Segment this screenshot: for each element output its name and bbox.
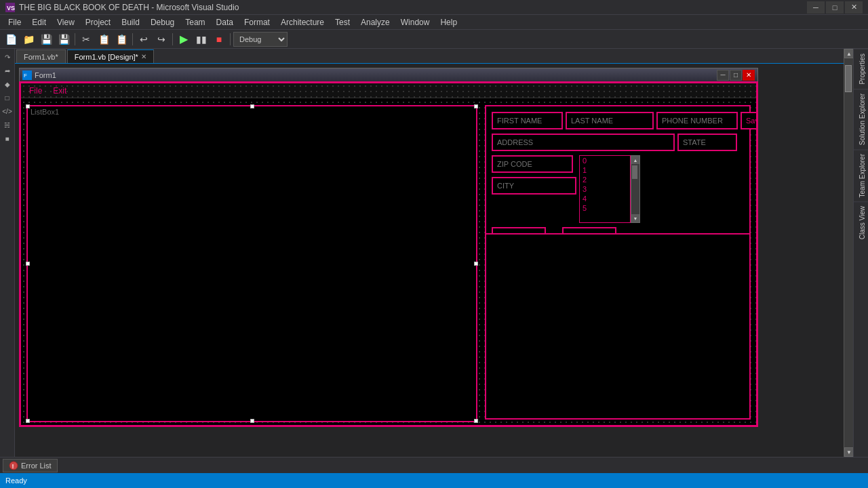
tab-form1-vb-label: Form1.vb* [24, 53, 58, 61]
left-toolbox: ↷ ➦ ◆ □ </> ☵ ■ [0, 49, 15, 457]
toolbar: 📄 📁 💾 💾 ✂ 📋 📋 ↩ ↪ ▶ ▮▮ ■ Debug Release [0, 30, 868, 49]
toolbar-new[interactable]: 📄 [3, 32, 19, 47]
solution-explorer-tab[interactable]: Solution Explorer [854, 89, 868, 149]
menu-format[interactable]: Format [239, 15, 275, 30]
error-list-tab[interactable]: ! Error List [3, 459, 58, 472]
toolbox-data[interactable]: ☵ [1, 119, 14, 131]
tab-form1-design-label: Form1.vb [Design]* [75, 53, 138, 61]
field-row-2 [492, 134, 744, 151]
handle-mr[interactable] [474, 262, 478, 266]
tab-form1-design[interactable]: Form1.vb [Design]* ✕ [67, 49, 154, 63]
status-text: Ready [5, 476, 27, 485]
menu-window[interactable]: Window [395, 15, 435, 30]
form1-icon: F [22, 70, 32, 80]
zip-city-col [492, 155, 576, 223]
last-name-field[interactable] [566, 112, 654, 129]
toolbar-copy[interactable]: 📋 [96, 32, 112, 47]
state-list: 0 1 2 3 4 5 [579, 155, 631, 223]
scroll-up-btn[interactable]: ▲ [844, 49, 854, 58]
design-canvas: F Form1 ─ □ ✕ [15, 64, 844, 457]
menu-test[interactable]: Test [330, 15, 355, 30]
maximize-button[interactable]: □ [826, 1, 844, 14]
state-item-0[interactable]: 0 [580, 156, 630, 165]
scroll-thumb[interactable] [845, 65, 852, 92]
first-name-field[interactable] [492, 112, 563, 129]
toolbox-form[interactable]: □ [1, 92, 14, 104]
toolbar-open[interactable]: 📁 [20, 32, 37, 47]
right-side-panel: Properties Solution Explorer Team Explor… [853, 49, 868, 457]
menu-debug[interactable]: Debug [145, 15, 180, 30]
toolbar-redo[interactable]: ↪ [153, 32, 170, 47]
state-scroll-thumb[interactable] [632, 165, 637, 179]
address-field[interactable] [492, 134, 675, 151]
toolbox-cursor[interactable]: ➦ [1, 64, 14, 77]
state-field[interactable] [677, 134, 737, 151]
menu-architecture[interactable]: Architecture [275, 15, 330, 30]
toolbox-code[interactable]: </> [1, 105, 14, 117]
class-view-tab[interactable]: Class View [854, 201, 868, 243]
form-menu-file[interactable]: File [24, 85, 47, 97]
menu-view[interactable]: View [52, 15, 80, 30]
state-item-1[interactable]: 1 [580, 165, 630, 175]
toolbar-undo[interactable]: ↩ [136, 32, 152, 47]
menu-edit[interactable]: Edit [26, 15, 52, 30]
save-button[interactable]: Save [741, 112, 758, 129]
scroll-down-btn[interactable]: ▼ [844, 447, 854, 457]
menu-file[interactable]: File [3, 15, 26, 30]
state-item-3[interactable]: 3 [580, 184, 630, 194]
bottom-bar: ! Error List [0, 457, 868, 473]
toolbar-save[interactable]: 💾 [38, 32, 54, 47]
toolbar-saveall[interactable]: 💾 [56, 32, 72, 47]
state-scroll-up[interactable]: ▲ [631, 156, 639, 164]
window-controls: ─ □ ✕ [807, 1, 863, 14]
zip-field[interactable] [492, 155, 573, 173]
menu-data[interactable]: Data [211, 15, 239, 30]
handle-br[interactable] [474, 419, 478, 423]
team-explorer-tab[interactable]: Team Explorer [854, 149, 868, 201]
handle-tm[interactable] [250, 104, 254, 108]
menu-team[interactable]: Team [180, 15, 210, 30]
window-title: THE BIG BLACK BOOK OF DEATH - Microsoft … [19, 3, 807, 12]
state-item-5[interactable]: 5 [580, 203, 630, 213]
menu-analyze[interactable]: Analyze [355, 15, 395, 30]
state-container: 0 1 2 3 4 5 [579, 155, 640, 223]
toolbar-debug-pause[interactable]: ▮▮ [193, 32, 210, 47]
handle-ml[interactable] [26, 262, 30, 266]
form1-maximize-btn[interactable]: □ [730, 70, 742, 81]
form1-minimize-btn[interactable]: ─ [717, 70, 729, 81]
handle-tr[interactable] [474, 104, 478, 108]
form1-outer: F Form1 ─ □ ✕ [19, 68, 758, 427]
phone-field[interactable] [656, 112, 738, 129]
vs-window: VS THE BIG BLACK BOOK OF DEATH - Microso… [0, 0, 868, 488]
toolbar-debug-start[interactable]: ▶ [176, 32, 192, 47]
properties-tab[interactable]: Properties [854, 49, 868, 89]
separator-2 [132, 33, 133, 45]
toolbox-pointer[interactable]: ↷ [1, 51, 14, 63]
handle-bl[interactable] [26, 419, 30, 423]
minimize-button[interactable]: ─ [807, 1, 825, 14]
state-item-2[interactable]: 2 [580, 175, 630, 184]
menu-project[interactable]: Project [80, 15, 116, 30]
vs-logo: VS [5, 3, 15, 12]
toolbar-cut[interactable]: ✂ [78, 32, 94, 47]
form-menu-exit[interactable]: Exit [47, 85, 72, 97]
menu-help[interactable]: Help [435, 15, 462, 30]
close-button[interactable]: ✕ [845, 1, 863, 14]
city-field[interactable] [492, 177, 576, 195]
debug-config-dropdown[interactable]: Debug Release [233, 32, 288, 47]
handle-bm[interactable] [250, 419, 254, 423]
form1-close-btn[interactable]: ✕ [743, 70, 755, 81]
handle-tl[interactable] [26, 104, 30, 108]
toolbox-tag[interactable]: ◆ [1, 78, 14, 90]
toolbar-debug-stop[interactable]: ■ [211, 32, 227, 47]
state-item-4[interactable]: 4 [580, 194, 630, 203]
toolbar-paste[interactable]: 📋 [113, 32, 130, 47]
menu-build[interactable]: Build [116, 15, 145, 30]
tab-form1-vb[interactable]: Form1.vb* [16, 49, 66, 63]
form1-window-controls: ─ □ ✕ [717, 70, 755, 81]
state-scroll-down[interactable]: ▼ [631, 214, 639, 222]
toolbox-layout[interactable]: ■ [1, 132, 14, 144]
tab-close-icon[interactable]: ✕ [141, 53, 146, 60]
form1-titlebar: F Form1 ─ □ ✕ [19, 68, 758, 81]
form1-title: Form1 [35, 71, 717, 79]
